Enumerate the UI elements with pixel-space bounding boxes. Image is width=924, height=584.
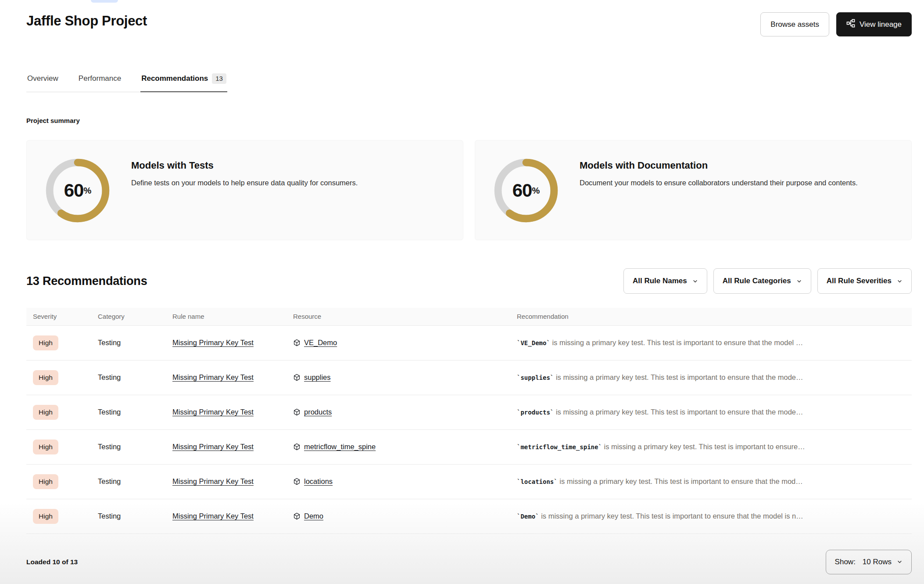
chevron-down-icon bbox=[897, 278, 903, 284]
chevron-down-icon bbox=[692, 278, 698, 284]
page-header: Jaffle Shop Project Browse assets View l… bbox=[26, 12, 912, 36]
browse-assets-button[interactable]: Browse assets bbox=[760, 12, 829, 36]
severity-badge: High bbox=[33, 405, 58, 420]
tab-overview[interactable]: Overview bbox=[26, 73, 59, 92]
tests-percent-value: 60 bbox=[64, 180, 84, 201]
recommendation-code: `locations` bbox=[517, 478, 558, 485]
recommendation-code: `products` bbox=[517, 409, 554, 416]
tests-percent-sign: % bbox=[83, 186, 91, 196]
models-with-tests-card: 60% Models with Tests Define tests on yo… bbox=[26, 140, 463, 240]
model-cube-icon bbox=[293, 408, 301, 416]
recommendation-text: is missing a primary key test. This test… bbox=[539, 512, 803, 520]
category-cell: Testing bbox=[94, 429, 169, 464]
category-cell: Testing bbox=[94, 360, 169, 395]
table-footer: Loaded 10 of 13 Show: 10 Rows bbox=[26, 550, 912, 574]
model-cube-icon bbox=[293, 374, 301, 381]
project-page: Jaffle Shop Project Browse assets View l… bbox=[0, 0, 924, 574]
model-cube-icon bbox=[293, 512, 301, 520]
rows-per-page-value: 10 Rows bbox=[863, 558, 892, 566]
project-summary-label: Project summary bbox=[26, 117, 912, 124]
category-cell: Testing bbox=[94, 499, 169, 534]
model-cube-icon bbox=[293, 478, 301, 485]
model-cube-icon bbox=[293, 339, 301, 346]
column-header-severity: Severity bbox=[26, 308, 94, 325]
rule-name-link[interactable]: Missing Primary Key Test bbox=[172, 373, 254, 381]
recommendation-text: is missing a primary key test. This test… bbox=[558, 477, 803, 485]
table-row: High Testing Missing Primary Key Test su… bbox=[26, 360, 912, 395]
severity-badge: High bbox=[33, 335, 58, 350]
rule-name-link[interactable]: Missing Primary Key Test bbox=[172, 408, 254, 416]
table-row: High Testing Missing Primary Key Test De… bbox=[26, 499, 912, 534]
top-edge-artifact bbox=[91, 0, 118, 3]
recommendations-count-badge: 13 bbox=[212, 73, 226, 84]
view-lineage-button[interactable]: View lineage bbox=[836, 12, 912, 36]
table-row: High Testing Missing Primary Key Test VE… bbox=[26, 325, 912, 360]
table-row: High Testing Missing Primary Key Test lo… bbox=[26, 464, 912, 499]
rule-names-filter-label: All Rule Names bbox=[633, 277, 687, 285]
category-cell: Testing bbox=[94, 325, 169, 360]
rule-names-filter[interactable]: All Rule Names bbox=[623, 268, 707, 294]
category-cell: Testing bbox=[94, 464, 169, 499]
recommendations-table: Severity Category Rule name Resource Rec… bbox=[26, 308, 912, 534]
documentation-card-title: Models with Documentation bbox=[580, 160, 858, 171]
tab-recommendations[interactable]: Recommendations 13 bbox=[140, 73, 227, 92]
show-label: Show: bbox=[835, 558, 856, 566]
rule-name-link[interactable]: Missing Primary Key Test bbox=[172, 443, 254, 451]
resource-link[interactable]: VE_Demo bbox=[304, 339, 337, 347]
recommendation-text: is missing a primary key test. This test… bbox=[550, 339, 803, 346]
recommendation-text: is missing a primary key test. This test… bbox=[554, 408, 803, 416]
summary-cards: 60% Models with Tests Define tests on yo… bbox=[26, 140, 912, 240]
table-row: High Testing Missing Primary Key Test me… bbox=[26, 429, 912, 464]
rule-name-link[interactable]: Missing Primary Key Test bbox=[172, 512, 254, 520]
resource-link[interactable]: Demo bbox=[304, 512, 323, 520]
recommendation-code: `metricflow_time_spine` bbox=[517, 443, 602, 451]
rule-name-link[interactable]: Missing Primary Key Test bbox=[172, 477, 254, 485]
column-header-recommendation: Recommendation bbox=[513, 308, 912, 325]
tab-recommendations-label: Recommendations bbox=[141, 74, 208, 83]
documentation-percent-value: 60 bbox=[512, 180, 532, 201]
recommendations-header: 13 Recommendations All Rule Names All Ru… bbox=[26, 268, 912, 294]
table-header-row: Severity Category Rule name Resource Rec… bbox=[26, 308, 912, 325]
browse-assets-label: Browse assets bbox=[770, 20, 819, 29]
recommendation-code: `Demo` bbox=[517, 513, 539, 520]
recommendation-text: is missing a primary key test. This test… bbox=[602, 443, 805, 451]
resource-link[interactable]: locations bbox=[304, 477, 333, 486]
documentation-percent-sign: % bbox=[532, 186, 540, 196]
documentation-donut-chart: 60% bbox=[493, 157, 559, 224]
lineage-icon bbox=[846, 19, 855, 30]
column-header-category: Category bbox=[94, 308, 169, 325]
loaded-count-label: Loaded 10 of 13 bbox=[26, 558, 78, 566]
rule-categories-filter[interactable]: All Rule Categories bbox=[713, 268, 811, 294]
filter-bar: All Rule Names All Rule Categories All R… bbox=[623, 268, 912, 294]
column-header-rule-name: Rule name bbox=[169, 308, 290, 325]
severity-badge: High bbox=[33, 509, 58, 524]
severity-badge: High bbox=[33, 370, 58, 385]
rule-name-link[interactable]: Missing Primary Key Test bbox=[172, 339, 254, 346]
severity-badge: High bbox=[33, 474, 58, 489]
resource-link[interactable]: products bbox=[304, 408, 332, 416]
table-row: High Testing Missing Primary Key Test pr… bbox=[26, 395, 912, 429]
rows-per-page-select[interactable]: Show: 10 Rows bbox=[826, 550, 912, 574]
page-title: Jaffle Shop Project bbox=[26, 12, 147, 30]
recommendation-code: `supplies` bbox=[517, 374, 554, 381]
view-lineage-label: View lineage bbox=[860, 20, 902, 29]
documentation-card-description: Document your models to ensure collabora… bbox=[580, 177, 858, 188]
tab-bar: Overview Performance Recommendations 13 bbox=[26, 73, 227, 92]
models-with-documentation-card: 60% Models with Documentation Document y… bbox=[475, 140, 912, 240]
recommendations-heading: 13 Recommendations bbox=[26, 274, 147, 288]
column-header-resource: Resource bbox=[290, 308, 513, 325]
chevron-down-icon bbox=[897, 559, 903, 565]
recommendation-code: `VE_Demo` bbox=[517, 339, 550, 346]
rule-categories-filter-label: All Rule Categories bbox=[723, 277, 791, 285]
severity-badge: High bbox=[33, 440, 58, 454]
tab-overview-label: Overview bbox=[27, 74, 58, 83]
rule-severities-filter[interactable]: All Rule Severities bbox=[817, 268, 912, 294]
tests-card-description: Define tests on your models to help ensu… bbox=[131, 177, 358, 188]
tests-card-title: Models with Tests bbox=[131, 160, 358, 171]
tab-performance[interactable]: Performance bbox=[78, 73, 122, 92]
recommendation-text: is missing a primary key test. This test… bbox=[554, 373, 803, 381]
rule-severities-filter-label: All Rule Severities bbox=[827, 277, 892, 285]
resource-link[interactable]: supplies bbox=[304, 373, 331, 382]
resource-link[interactable]: metricflow_time_spine bbox=[304, 443, 376, 451]
category-cell: Testing bbox=[94, 395, 169, 429]
